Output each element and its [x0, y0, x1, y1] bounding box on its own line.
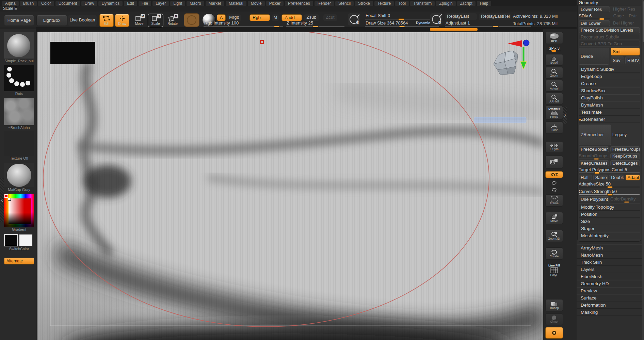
menu-item[interactable]: Stencil — [335, 1, 354, 6]
freeze-groups-button[interactable]: FreezeGroups — [610, 146, 640, 152]
dynamic-persp-button[interactable]: Dynamic Persp — [545, 106, 563, 119]
tool-section-header[interactable]: NanoMesh — [577, 252, 642, 259]
scroll-button[interactable]: Scroll — [545, 54, 563, 66]
solo-button[interactable] — [545, 327, 563, 339]
keep-groups-button[interactable]: KeepGroups — [610, 153, 640, 159]
menu-item[interactable]: Transform — [410, 1, 435, 6]
menu-item[interactable]: Preferences — [285, 1, 313, 6]
use-polypaint-button[interactable]: Use Polypaint — [579, 196, 609, 202]
zoom3d-button[interactable]: Zoom3D — [545, 230, 563, 242]
sculpt-viewport[interactable] — [37, 32, 543, 340]
menu-item[interactable]: Texture — [374, 1, 394, 6]
del-higher-button[interactable]: Del Higher — [611, 20, 640, 26]
frame-button[interactable]: Frame — [545, 194, 563, 207]
menu-item[interactable]: Movie — [248, 1, 265, 6]
z-intensity-slider[interactable]: Z Intensity 25 — [286, 20, 344, 27]
menu-item[interactable]: File — [139, 1, 151, 6]
lsym-button[interactable]: L.Sym — [545, 141, 563, 153]
zoom-button[interactable]: Zoom — [545, 67, 563, 79]
zsub-toggle[interactable]: Zsub — [304, 14, 319, 21]
lower-res-button[interactable]: Lower Res — [579, 6, 610, 12]
spix-slider[interactable]: SPix 3 — [545, 45, 563, 52]
zremesher-button[interactable]: ZRemesher — [579, 125, 611, 145]
reuv-button[interactable]: ReUV — [625, 56, 640, 64]
replay-last-button[interactable]: ReplayLast — [445, 13, 477, 20]
adaptive-size-slider[interactable]: AdaptiveSize 50 — [579, 181, 640, 187]
target-polygons-slider[interactable]: Target Polygons Count 5 — [579, 167, 640, 173]
rgb-toggle[interactable]: Rgb — [249, 14, 270, 21]
tool-section-header[interactable]: Geometry HD — [577, 280, 642, 287]
draw-button[interactable]: Draw — [115, 14, 129, 27]
subsection-header[interactable]: ClayPolish — [579, 94, 640, 101]
convert-bpr-button[interactable]: Convert BPR To Geo — [579, 41, 640, 47]
aahalf-button[interactable]: AAHalf — [545, 93, 563, 104]
menu-item[interactable]: Brush — [20, 1, 37, 6]
live-boolean-button[interactable]: Live Boolean — [68, 15, 97, 26]
double-button[interactable]: Double — [609, 175, 624, 180]
tool-section-header[interactable]: Thick Skin — [577, 259, 642, 266]
menu-item[interactable]: Render — [315, 1, 334, 6]
alpha-thumbnail[interactable] — [4, 98, 34, 125]
material-thumbnail[interactable] — [4, 163, 34, 187]
polyf-button[interactable]: Line Fill PolyF — [545, 262, 563, 279]
menu-item[interactable]: Draw — [81, 1, 97, 6]
hue-selector[interactable] — [4, 194, 34, 227]
subsection-header[interactable]: Crease — [579, 80, 640, 87]
stroke-thumbnail[interactable] — [4, 65, 34, 91]
zremesher-section-header[interactable]: ZRemesher — [579, 116, 640, 123]
higher-res-button[interactable]: Higher Res — [611, 6, 640, 12]
menu-item[interactable]: Material — [226, 1, 246, 6]
replay-last-rel-button[interactable]: ReplayLastRel — [479, 13, 511, 20]
menu-item[interactable]: Picker — [266, 1, 284, 6]
rotate-y-constraint-button[interactable] — [545, 179, 563, 185]
zadd-toggle[interactable]: Zadd — [281, 14, 302, 21]
secondary-color-swatch[interactable] — [19, 234, 33, 246]
menu-item[interactable]: Edit — [124, 1, 137, 6]
adapt-toggle[interactable]: Adapt — [626, 175, 640, 180]
sv-cursor[interactable] — [8, 198, 11, 201]
scale-button[interactable]: S Scale — [148, 14, 163, 27]
menu-item[interactable]: Stroke — [355, 1, 373, 6]
mrgb-toggle[interactable]: Mrgb — [227, 14, 241, 21]
panel-scrollbar[interactable] — [642, 0, 644, 340]
rotate-canvas-button[interactable]: Rotate — [545, 247, 563, 260]
menu-item[interactable]: Alpha — [2, 1, 19, 6]
texture-thumbnail[interactable] — [4, 131, 34, 156]
tool-section-header[interactable]: Preview — [577, 287, 642, 294]
stroke-picker[interactable]: S — [348, 13, 360, 26]
sdiv-slider[interactable]: SDiv 6 — [579, 13, 610, 19]
freeze-border-button[interactable]: FreezeBorder — [579, 146, 609, 152]
same-button[interactable]: Same — [593, 175, 608, 180]
move-button[interactable]: M Move — [132, 14, 146, 27]
curves-strength-slider[interactable]: Curves Strength 50 — [579, 189, 640, 195]
right-tray-divider[interactable]: ❯ — [563, 107, 567, 124]
menu-item[interactable]: Macro — [187, 1, 204, 6]
rotate-button[interactable]: R Rotate — [165, 14, 180, 27]
xyz-constraint-button[interactable]: XYZ — [545, 171, 563, 178]
transp-button[interactable]: Transp — [545, 299, 563, 311]
freeze-subdivision-button[interactable]: Freeze SubDivision Levels — [579, 27, 640, 33]
alpha-a-toggle[interactable]: A — [217, 14, 226, 21]
subsection-header[interactable]: MeshIntegrity — [579, 232, 640, 239]
subsection-header[interactable]: Size — [579, 218, 640, 225]
menu-item[interactable]: Color — [38, 1, 54, 6]
geometry-section-title[interactable]: Geometry — [577, 0, 642, 5]
rotate-z-constraint-button[interactable] — [545, 186, 563, 192]
tool-section-header[interactable]: Surface — [577, 294, 642, 302]
menu-item[interactable]: Dynamics — [98, 1, 123, 6]
color-density-slider[interactable]: ColorDensity — [610, 196, 640, 202]
floor-button[interactable]: Floor — [545, 122, 563, 134]
detect-edges-button[interactable]: DetectEdges — [610, 160, 640, 166]
menu-item[interactable]: Layer — [152, 1, 169, 6]
actual-button[interactable]: Actual — [545, 80, 563, 92]
half-button[interactable]: Half — [579, 175, 592, 180]
subsection-header[interactable]: DynaMesh — [579, 101, 640, 109]
tool-section-header[interactable]: FiberMesh — [577, 273, 642, 280]
menu-item[interactable]: Help — [477, 1, 492, 6]
divide-button[interactable]: Divide — [579, 48, 609, 65]
del-lower-button[interactable]: Del Lower — [579, 20, 610, 26]
subsection-header[interactable]: Dynamic Subdiv — [579, 66, 640, 73]
menu-item[interactable]: Zplugin — [436, 1, 455, 6]
menu-item[interactable]: Document — [55, 1, 80, 6]
tool-section-header[interactable]: Deformation — [577, 302, 642, 309]
